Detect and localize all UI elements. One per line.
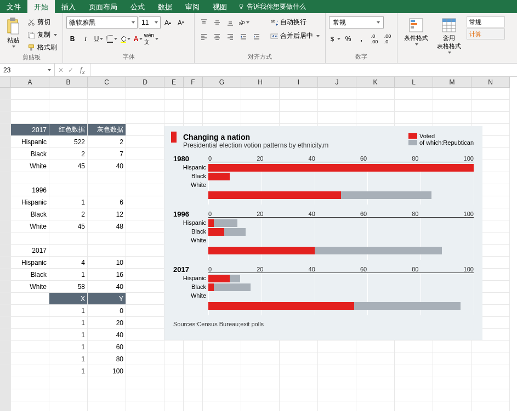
- cell[interactable]: [11, 112, 49, 124]
- align-bottom-button[interactable]: [224, 16, 236, 29]
- cell[interactable]: 45: [49, 160, 88, 172]
- cell[interactable]: [433, 88, 471, 100]
- cell[interactable]: 48: [88, 220, 126, 232]
- cell[interactable]: [126, 148, 164, 160]
- row-header[interactable]: [0, 124, 11, 136]
- cell[interactable]: [318, 100, 356, 112]
- column-header[interactable]: C: [88, 77, 126, 88]
- align-middle-button[interactable]: [211, 16, 223, 29]
- cell[interactable]: [164, 365, 184, 377]
- cell[interactable]: [318, 353, 356, 365]
- cell[interactable]: White: [11, 160, 49, 172]
- column-header[interactable]: [0, 77, 11, 88]
- cell[interactable]: Hispanic: [11, 196, 49, 208]
- cell[interactable]: [126, 184, 164, 196]
- cell[interactable]: White: [11, 220, 49, 232]
- cell[interactable]: [241, 100, 280, 112]
- cell[interactable]: [11, 377, 49, 389]
- cell[interactable]: [395, 341, 433, 353]
- row-header[interactable]: [0, 232, 11, 245]
- column-header[interactable]: M: [433, 77, 471, 88]
- cell[interactable]: [88, 112, 126, 124]
- tab-formulas[interactable]: 公式: [124, 0, 151, 13]
- row-header[interactable]: [0, 245, 11, 257]
- cell[interactable]: [241, 377, 280, 389]
- cell[interactable]: [49, 184, 88, 196]
- cell[interactable]: 2: [49, 148, 88, 160]
- style-normal[interactable]: 常规: [467, 16, 505, 27]
- cell[interactable]: [203, 377, 241, 389]
- row-header[interactable]: [0, 293, 11, 305]
- column-header[interactable]: J: [318, 77, 356, 88]
- cell[interactable]: [318, 88, 356, 100]
- cell[interactable]: [184, 401, 203, 411]
- fx-icon[interactable]: fx: [78, 65, 87, 75]
- row-header[interactable]: [0, 208, 11, 220]
- style-calculation[interactable]: 计算: [467, 29, 505, 39]
- cell[interactable]: 6: [88, 196, 126, 208]
- cell[interactable]: [356, 389, 395, 401]
- cell[interactable]: [280, 341, 318, 353]
- row-header[interactable]: [0, 112, 11, 124]
- cell[interactable]: Hispanic: [11, 136, 49, 148]
- shrink-font-button[interactable]: A▾: [175, 16, 187, 29]
- cell[interactable]: [471, 377, 510, 389]
- currency-button[interactable]: $: [329, 33, 341, 45]
- cell[interactable]: [164, 353, 184, 365]
- row-header[interactable]: [0, 196, 11, 208]
- cell[interactable]: [11, 305, 49, 317]
- font-name-select[interactable]: 微软雅黑: [66, 16, 138, 29]
- cell[interactable]: [356, 377, 395, 389]
- row-header[interactable]: [0, 88, 11, 100]
- row-header[interactable]: [0, 160, 11, 172]
- cell[interactable]: 红色数据: [49, 124, 88, 136]
- cell[interactable]: [184, 341, 203, 353]
- cell[interactable]: [471, 100, 510, 112]
- cell[interactable]: 2: [88, 136, 126, 148]
- row-header[interactable]: [0, 257, 11, 269]
- cell[interactable]: 4: [49, 257, 88, 269]
- cell[interactable]: [126, 112, 164, 124]
- cell[interactable]: 0: [88, 305, 126, 317]
- cell[interactable]: [471, 401, 510, 411]
- tab-insert[interactable]: 插入: [55, 0, 82, 13]
- formula-input[interactable]: [90, 64, 517, 76]
- align-left-button[interactable]: [198, 31, 210, 43]
- column-header[interactable]: G: [203, 77, 241, 88]
- font-color-button[interactable]: A: [132, 33, 144, 45]
- align-right-button[interactable]: [224, 31, 236, 43]
- cell[interactable]: [126, 353, 164, 365]
- cell[interactable]: 1: [49, 317, 88, 329]
- cell[interactable]: [318, 112, 356, 124]
- cell[interactable]: [241, 353, 280, 365]
- cell[interactable]: [11, 401, 49, 411]
- column-header[interactable]: D: [126, 77, 164, 88]
- cell[interactable]: 1: [49, 329, 88, 341]
- row-header[interactable]: [0, 341, 11, 353]
- cell[interactable]: [356, 353, 395, 365]
- row-header[interactable]: [0, 401, 11, 411]
- cell[interactable]: [88, 88, 126, 100]
- cell[interactable]: [471, 365, 510, 377]
- cell[interactable]: 1996: [11, 184, 49, 196]
- cell[interactable]: [433, 365, 471, 377]
- cell[interactable]: 2: [49, 208, 88, 220]
- cell[interactable]: [126, 208, 164, 220]
- cell[interactable]: [395, 401, 433, 411]
- merge-center-button[interactable]: 合并后居中: [268, 30, 322, 42]
- cell[interactable]: White: [11, 281, 49, 293]
- row-header[interactable]: [0, 136, 11, 148]
- font-size-select[interactable]: 11: [139, 16, 161, 29]
- cell[interactable]: 2017: [11, 245, 49, 257]
- row-header[interactable]: [0, 220, 11, 232]
- cell[interactable]: [184, 353, 203, 365]
- decrease-decimal-button[interactable]: .00.0: [382, 33, 394, 45]
- cell[interactable]: [126, 365, 164, 377]
- cell[interactable]: [241, 341, 280, 353]
- cell[interactable]: [471, 389, 510, 401]
- format-as-table-button[interactable]: 套用 表格格式: [434, 16, 464, 55]
- cell[interactable]: [318, 341, 356, 353]
- row-header[interactable]: [0, 317, 11, 329]
- cell[interactable]: [241, 88, 280, 100]
- conditional-format-button[interactable]: 条件格式: [401, 16, 431, 47]
